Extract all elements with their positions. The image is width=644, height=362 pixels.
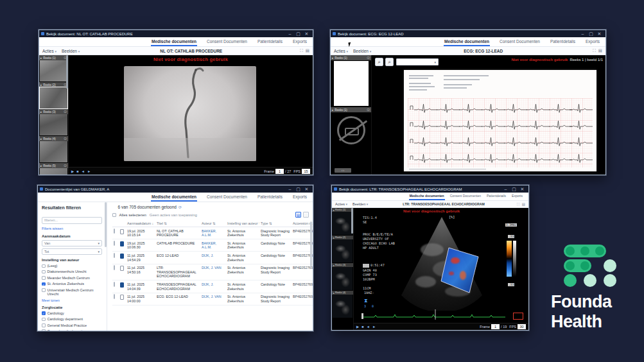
checkbox[interactable]: ✓ bbox=[42, 270, 46, 274]
author-link[interactable]: DIJK, J. bbox=[200, 280, 226, 293]
select-all-label[interactable]: Alles selecteren bbox=[119, 213, 146, 217]
acties-menu[interactable]: Acties ▾ bbox=[42, 49, 57, 53]
beelden-menu[interactable]: Beelden ▾ bbox=[62, 49, 80, 53]
tab-consent-documenten[interactable]: Consent Documenten bbox=[449, 193, 482, 200]
checkbox[interactable]: ✓ bbox=[42, 288, 46, 292]
thumbnail-scrollbar[interactable] bbox=[351, 208, 353, 234]
author-link[interactable]: BAKKER, A.L.M. bbox=[200, 239, 226, 252]
table-row[interactable]: ✓ 11 jul. 2025 14:54:29 ECG 12-LEAD DIJK… bbox=[112, 252, 313, 264]
fps-input[interactable] bbox=[518, 324, 526, 329]
info-icon[interactable]: ⓘ bbox=[367, 56, 370, 60]
care-filter-option[interactable]: ✓General Medical Practice bbox=[42, 323, 103, 328]
tab-consent-documenten[interactable]: Consent Documenten bbox=[206, 37, 248, 46]
checkbox[interactable]: ✓ bbox=[42, 264, 46, 268]
beelden-menu[interactable]: Beelden ▾ bbox=[352, 202, 368, 206]
series-thumbnail[interactable] bbox=[333, 212, 352, 235]
titlebar[interactable]: Documentenlijst van GELDMAKER, A – ▢ ✕ bbox=[38, 185, 313, 193]
image-select-dropdown[interactable]: ▾ bbox=[396, 58, 439, 65]
table-row[interactable]: ✓ 11 jul. 2025 14:04:39 TRANSOESOPHAGEAA… bbox=[112, 280, 313, 293]
series-thumbnail[interactable] bbox=[40, 168, 67, 175]
info-icon[interactable]: ⓘ bbox=[367, 108, 370, 112]
org-filter-option[interactable]: ✓(Leeg) bbox=[42, 264, 103, 268]
row-checkbox[interactable]: ✓ bbox=[114, 228, 115, 234]
author-link[interactable]: DIJK, J. bbox=[200, 252, 226, 264]
info-icon[interactable]: ⓘ bbox=[64, 110, 67, 114]
series-thumbnail[interactable] bbox=[40, 114, 67, 135]
thumbnail-scrollbar[interactable] bbox=[66, 55, 68, 89]
stop-icon[interactable]: ■ bbox=[76, 169, 78, 173]
column-header-auteur[interactable]: Auteur ⇅ bbox=[200, 220, 226, 227]
tab-patientdetails[interactable]: Patientdetails bbox=[257, 37, 283, 46]
minimize-button[interactable]: – bbox=[286, 30, 294, 37]
filter-scrollbar[interactable] bbox=[105, 202, 107, 247]
frame-input[interactable] bbox=[275, 169, 284, 174]
select-all-checkbox[interactable]: ✓ bbox=[112, 213, 116, 217]
play-icon[interactable]: ▶ bbox=[71, 169, 74, 173]
author-link[interactable]: DIJK, J. VAN bbox=[200, 293, 226, 305]
info-icon[interactable]: ⓘ bbox=[64, 137, 67, 141]
filter-search-input[interactable] bbox=[42, 217, 102, 224]
fullscreen-icon[interactable]: ⛶ bbox=[593, 48, 596, 53]
titlebar[interactable]: Bekijk document: NL OT: CATHLAB PROCEDUR… bbox=[39, 30, 313, 37]
tab-exports[interactable]: Exports bbox=[292, 37, 308, 46]
checkbox[interactable]: ✓ bbox=[42, 276, 46, 280]
checkbox[interactable]: ✓ bbox=[42, 318, 46, 322]
close-button[interactable]: ✕ bbox=[302, 30, 311, 37]
care-filter-option[interactable]: ✓Cardiology department bbox=[42, 317, 103, 322]
maximize-button[interactable]: ▢ bbox=[294, 30, 302, 37]
ecg-viewport[interactable]: ⌕ ⌕ ▾ Niet voor diagnostisch gebruikReek… bbox=[372, 55, 605, 175]
column-header-aanmaakdatum[interactable]: Aanmaakdatum ↓ bbox=[126, 220, 155, 227]
acties-menu[interactable]: Acties ▾ bbox=[334, 49, 348, 53]
zoom-out-button[interactable]: ⌕ bbox=[385, 58, 394, 66]
table-row[interactable]: ✓ 11 jul. 2025 14:00:00 ECG: ECG 12-LEAD… bbox=[112, 293, 313, 305]
tab-exports[interactable]: Exports bbox=[511, 193, 523, 200]
fullscreen-icon[interactable]: ⛶ bbox=[300, 48, 303, 53]
org-filter-option[interactable]: ✓Universitair Medisch Centrum Utrecht bbox=[42, 288, 103, 297]
list-view-icon[interactable]: ▤ bbox=[295, 212, 301, 218]
table-row[interactable]: ✓ 11 jul. 2025 14:50:16 LTR: TRANSOESOPH… bbox=[112, 264, 313, 280]
echo-viewport[interactable]: Niet voor diagnostisch gebruik bbox=[354, 208, 528, 330]
checkbox[interactable]: ✓ bbox=[42, 311, 46, 315]
thumbnail-pager[interactable]: ‹ › bbox=[335, 168, 351, 173]
column-header-titel[interactable]: Titel ⇅ bbox=[155, 220, 200, 227]
play-icon[interactable]: ▶ bbox=[356, 325, 359, 329]
org-filter-option[interactable]: ✓Meander Medisch Centrum bbox=[42, 276, 103, 280]
frame-input[interactable] bbox=[491, 324, 500, 329]
care-filter-option[interactable]: ✓Cardiology bbox=[42, 311, 103, 316]
series-header[interactable]: ▸Reeks (5)ⓘ bbox=[39, 163, 68, 168]
series-thumbnail[interactable] bbox=[333, 295, 352, 318]
next-frame-icon[interactable]: ► bbox=[87, 169, 91, 173]
tab-patientdetails[interactable]: Patientdetails bbox=[550, 37, 576, 46]
fullscreen-icon[interactable]: ⛶ bbox=[517, 202, 519, 207]
org-filter-option[interactable]: ✓St. Antonius Ziekenhuis bbox=[42, 282, 103, 286]
zoom-in-button[interactable]: ⌕ bbox=[375, 58, 383, 66]
panel-icon[interactable]: ▤ bbox=[598, 48, 602, 53]
panel-icon[interactable]: ▤ bbox=[306, 48, 309, 53]
series-thumbnail[interactable] bbox=[40, 141, 67, 162]
tab-patientdetails[interactable]: Patientdetails bbox=[486, 193, 507, 200]
close-button[interactable]: ✕ bbox=[595, 30, 604, 37]
org-filter-option[interactable]: ✓Diakonessenhuis Utrecht bbox=[42, 270, 103, 274]
close-button[interactable]: ✕ bbox=[302, 185, 311, 193]
table-row[interactable]: ✓ 19 jul. 2025 10:06:30 CATHLAB PROCEDUR… bbox=[112, 239, 313, 252]
series-thumbnail[interactable] bbox=[333, 267, 352, 290]
tab-exports[interactable]: Exports bbox=[292, 193, 308, 202]
row-checkbox[interactable]: ✓ bbox=[114, 294, 115, 299]
angiogram-viewport[interactable]: Niet voor diagnostisch gebruik ▶ ■ ◄ ► F… bbox=[69, 55, 313, 175]
table-scrollbar[interactable] bbox=[310, 221, 312, 266]
show-more-link[interactable]: Meer tonen bbox=[42, 298, 103, 302]
date-from-select[interactable]: Van▾ bbox=[42, 240, 102, 246]
minimize-button[interactable]: – bbox=[579, 30, 587, 37]
grid-view-icon[interactable]: ⛶ bbox=[303, 212, 309, 218]
tab-exports[interactable]: Exports bbox=[585, 37, 600, 46]
checkbox[interactable]: ✓ bbox=[42, 329, 46, 331]
series-header[interactable]: ▸Reeks (4)ⓘ bbox=[39, 136, 68, 141]
panel-icon[interactable]: ▤ bbox=[522, 202, 525, 206]
close-button[interactable]: ✕ bbox=[518, 185, 527, 193]
row-checkbox[interactable]: ✓ bbox=[114, 265, 115, 270]
series-thumbnail[interactable] bbox=[333, 239, 352, 263]
titlebar[interactable]: Bekijk document: LTR: TRANSOESOPHAGEAAL … bbox=[332, 185, 528, 193]
tab-medische-documenten[interactable]: Medische documenten bbox=[151, 37, 197, 46]
stop-icon[interactable]: ■ bbox=[361, 325, 363, 329]
date-to-select[interactable]: Tot▾ bbox=[42, 248, 102, 255]
